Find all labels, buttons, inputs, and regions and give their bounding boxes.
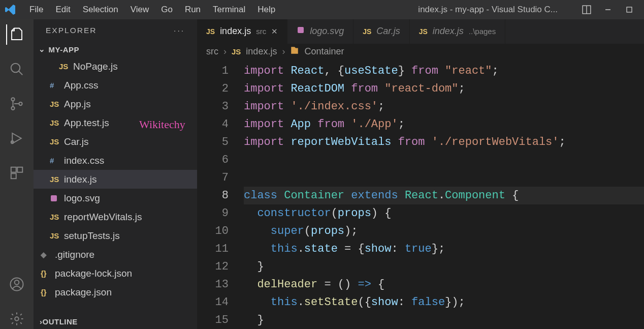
outline-header[interactable]: › OUTLINE xyxy=(34,314,197,329)
menu-run[interactable]: Run xyxy=(179,5,207,14)
menu-selection[interactable]: Selection xyxy=(77,5,124,14)
editor-area: JSindex.jssrc✕logo.svgJSCar.jsJSindex.js… xyxy=(197,19,644,329)
account-icon[interactable] xyxy=(7,274,27,294)
file-row[interactable]: logo.svg xyxy=(34,189,197,207)
file-name: App.test.js xyxy=(64,117,109,129)
svg-rect-12 xyxy=(11,173,16,178)
source-control-icon[interactable] xyxy=(7,94,27,114)
breadcrumb-part[interactable]: src xyxy=(206,46,218,57)
search-icon[interactable] xyxy=(7,59,27,79)
settings-icon[interactable] xyxy=(7,309,27,329)
svg-icon xyxy=(297,26,305,37)
file-row[interactable]: JSCar.js xyxy=(34,132,197,151)
line-gutter: 123456789101112131415 xyxy=(197,60,244,329)
code-line[interactable]: delHeader = () => { xyxy=(244,276,644,293)
code-line[interactable]: constructor(props) { xyxy=(244,204,644,222)
tab[interactable]: JSindex.js..\pages xyxy=(410,19,506,44)
editor-tabs: JSindex.jssrc✕logo.svgJSCar.jsJSindex.js… xyxy=(197,19,644,44)
line-number: 9 xyxy=(197,204,229,222)
file-name: setupTests.js xyxy=(64,230,120,242)
chevron-down-icon: ⌄ xyxy=(39,45,46,54)
vscode-icon xyxy=(4,4,16,16)
file-row[interactable]: #App.css xyxy=(34,76,197,95)
svg-point-6 xyxy=(11,98,14,101)
code-line[interactable]: } xyxy=(244,258,644,276)
file-row[interactable]: JSreportWebVitals.js xyxy=(34,207,197,226)
breadcrumbs[interactable]: src › JS index.js › Container xyxy=(197,44,644,60)
run-debug-icon[interactable] xyxy=(7,128,27,148)
menu-go[interactable]: Go xyxy=(155,5,179,14)
file-row[interactable]: JSNoPage.js xyxy=(34,57,197,76)
code-editor[interactable]: 123456789101112131415 import React, {use… xyxy=(197,60,644,329)
line-number: 11 xyxy=(197,240,229,258)
file-row[interactable]: JSindex.js xyxy=(34,170,197,189)
code-line[interactable]: this.state = {show: true}; xyxy=(244,240,644,258)
line-number: 10 xyxy=(197,222,229,240)
code-line[interactable]: import reportWebVitals from './reportWeb… xyxy=(244,133,644,151)
file-name: logo.svg xyxy=(64,193,100,204)
svg-point-15 xyxy=(15,317,19,321)
css-icon: # xyxy=(50,81,64,89)
minimize-icon[interactable] xyxy=(597,3,619,17)
more-icon[interactable]: ··· xyxy=(174,26,185,35)
svg-line-5 xyxy=(19,71,23,75)
code-line[interactable]: class Container extends React.Component … xyxy=(244,187,644,204)
line-number: 6 xyxy=(197,151,229,169)
file-row[interactable]: #index.css xyxy=(34,151,197,170)
file-name: .gitignore xyxy=(55,249,94,260)
file-name: NoPage.js xyxy=(73,61,118,72)
extensions-icon[interactable] xyxy=(7,163,27,183)
tab-label: index.js xyxy=(433,26,464,37)
line-number: 5 xyxy=(197,133,229,151)
file-row[interactable]: {}package.json xyxy=(34,283,197,302)
code-lines[interactable]: import React, {useState} from "react";im… xyxy=(244,60,644,329)
tab[interactable]: JSindex.jssrc✕ xyxy=(197,19,287,44)
line-number: 1 xyxy=(197,62,229,80)
file-name: reportWebVitals.js xyxy=(64,212,142,223)
file-row[interactable]: JSApp.js xyxy=(34,95,197,113)
json-icon: {} xyxy=(41,269,55,278)
js-icon: JS xyxy=(206,27,215,36)
maximize-icon[interactable] xyxy=(619,3,640,17)
svg-rect-10 xyxy=(11,167,16,172)
code-line[interactable]: import './index.css'; xyxy=(244,98,644,115)
js-icon: JS xyxy=(50,137,64,146)
layout-icon[interactable] xyxy=(576,3,597,17)
menu-help[interactable]: Help xyxy=(251,5,281,14)
svg-rect-11 xyxy=(17,167,22,172)
tab-label: Car.js xyxy=(376,26,400,37)
js-icon: JS xyxy=(419,27,428,36)
code-line[interactable]: super(props); xyxy=(244,222,644,240)
code-line[interactable]: } xyxy=(244,311,644,329)
close-icon[interactable]: ✕ xyxy=(271,27,278,36)
menu-view[interactable]: View xyxy=(124,5,155,14)
file-row[interactable]: JSApp.test.js xyxy=(34,113,197,132)
js-icon: JS xyxy=(50,213,64,221)
code-line[interactable] xyxy=(244,169,644,187)
tab[interactable]: logo.svg xyxy=(287,19,353,44)
breadcrumb-part[interactable]: index.js xyxy=(246,46,277,57)
outline-label: OUTLINE xyxy=(43,317,78,326)
file-row[interactable]: JSsetupTests.js xyxy=(34,226,197,245)
menu-terminal[interactable]: Terminal xyxy=(207,5,251,14)
js-icon: JS xyxy=(232,47,241,56)
tab[interactable]: JSCar.js xyxy=(353,19,409,44)
line-number: 14 xyxy=(197,293,229,311)
sidebar-header: EXPLORER ··· xyxy=(34,19,197,42)
js-icon: JS xyxy=(50,118,64,127)
code-line[interactable] xyxy=(244,151,644,169)
menu-edit[interactable]: Edit xyxy=(49,5,76,14)
code-line[interactable]: this.setState({show: false}); xyxy=(244,293,644,311)
file-row[interactable]: {}package-lock.json xyxy=(34,264,197,283)
folder-header[interactable]: ⌄ MY-APP xyxy=(34,42,197,57)
sidebar: EXPLORER ··· ⌄ MY-APP JSNoPage.js#App.cs… xyxy=(34,19,197,329)
code-line[interactable]: import React, {useState} from "react"; xyxy=(244,62,644,80)
breadcrumb-part[interactable]: Container xyxy=(304,46,344,57)
chevron-right-icon: › xyxy=(282,46,285,57)
explorer-icon[interactable] xyxy=(6,24,26,45)
file-row[interactable]: ◆.gitignore xyxy=(34,245,197,264)
code-line[interactable]: import App from './App'; xyxy=(244,115,644,133)
svg-point-14 xyxy=(15,280,19,285)
menu-file[interactable]: File xyxy=(23,5,49,14)
code-line[interactable]: import ReactDOM from "react-dom"; xyxy=(244,80,644,98)
